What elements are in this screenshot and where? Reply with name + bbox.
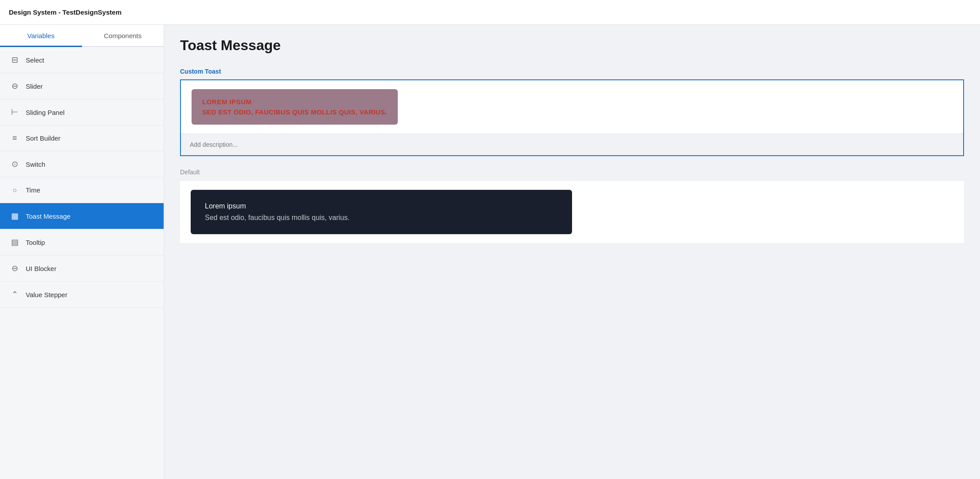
sidebar-nav: Select Slider Sliding Panel Sort Builder… — [0, 47, 164, 479]
time-icon — [10, 185, 20, 195]
custom-toast-inner: LOREM IPSUM SED EST ODIO, FAUCIBUS QUIS … — [181, 80, 963, 133]
custom-toast-section-label: Custom Toast — [180, 68, 964, 75]
sort-icon — [10, 133, 20, 143]
toast-icon — [10, 211, 20, 221]
sidebar-item-select[interactable]: Select — [0, 47, 164, 73]
sidebar-item-time[interactable]: Time — [0, 177, 164, 203]
switch-icon — [10, 159, 20, 169]
sliding-panel-icon — [10, 107, 20, 117]
sidebar-item-tooltip[interactable]: Tooltip — [0, 229, 164, 255]
custom-toast-section: Custom Toast LOREM IPSUM SED EST ODIO, F… — [180, 68, 964, 156]
topbar: Design System - TestDesignSystem — [0, 0, 980, 25]
sidebar-item-label: Select — [26, 56, 44, 64]
page-title: Toast Message — [180, 37, 964, 54]
select-icon — [10, 55, 20, 65]
tab-components[interactable]: Components — [82, 25, 164, 47]
topbar-title: Design System - TestDesignSystem — [9, 8, 122, 16]
sidebar-item-label: Slider — [26, 82, 43, 90]
default-toast-body: Sed est odio, faucibus quis mollis quis,… — [205, 214, 558, 222]
sidebar-item-label: Sliding Panel — [26, 109, 65, 116]
custom-toast-body: SED EST ODIO, FAUCIBUS QUIS MOLLIS QUIS,… — [202, 108, 387, 116]
custom-toast-box: LOREM IPSUM SED EST ODIO, FAUCIBUS QUIS … — [192, 89, 398, 125]
slider-icon — [10, 81, 20, 91]
sidebar-item-value-stepper[interactable]: Value Stepper — [0, 282, 164, 308]
sidebar-tabs: Variables Components — [0, 25, 164, 47]
sidebar-item-label: Time — [26, 186, 40, 194]
ui-blocker-icon — [10, 263, 20, 273]
default-toast-title: Lorem ipsum — [205, 202, 558, 210]
sidebar-item-sliding-panel[interactable]: Sliding Panel — [0, 99, 164, 126]
sidebar-item-label: Toast Message — [26, 212, 71, 220]
sidebar-item-label: Switch — [26, 161, 45, 168]
main-content: Toast Message Custom Toast LOREM IPSUM S… — [164, 25, 980, 479]
value-stepper-icon — [10, 290, 20, 299]
custom-toast-title: LOREM IPSUM — [202, 98, 387, 106]
sidebar-item-label: Tooltip — [26, 239, 45, 246]
default-toast-wrapper: Lorem ipsum Sed est odio, faucibus quis … — [180, 181, 964, 243]
default-toast-section: Default Lorem ipsum Sed est odio, faucib… — [180, 169, 964, 243]
default-toast-box: Lorem ipsum Sed est odio, faucibus quis … — [191, 190, 572, 234]
tooltip-icon — [10, 237, 20, 247]
sidebar-item-label: Sort Builder — [26, 134, 60, 142]
sidebar-item-toast-message[interactable]: Toast Message — [0, 203, 164, 229]
sidebar: Variables Components Select Slider Slidi… — [0, 25, 164, 479]
sidebar-item-slider[interactable]: Slider — [0, 73, 164, 99]
sidebar-item-label: UI Blocker — [26, 265, 56, 272]
custom-toast-container: LOREM IPSUM SED EST ODIO, FAUCIBUS QUIS … — [180, 79, 964, 156]
default-toast-section-label: Default — [180, 169, 964, 176]
sidebar-item-label: Value Stepper — [26, 291, 67, 298]
sidebar-item-sort-builder[interactable]: Sort Builder — [0, 126, 164, 151]
main-layout: Variables Components Select Slider Slidi… — [0, 25, 980, 479]
sidebar-item-ui-blocker[interactable]: UI Blocker — [0, 255, 164, 282]
description-input[interactable] — [181, 133, 963, 155]
sidebar-item-switch[interactable]: Switch — [0, 151, 164, 177]
tab-variables[interactable]: Variables — [0, 25, 82, 47]
